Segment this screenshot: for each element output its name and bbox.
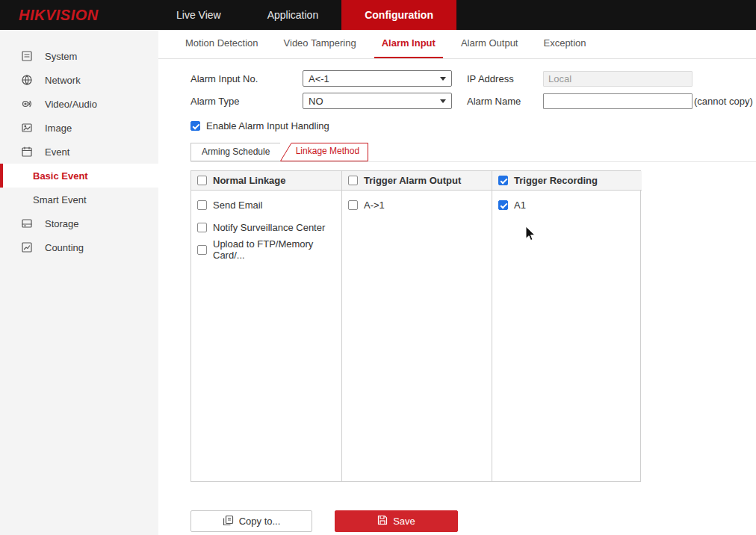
tab-exception[interactable]: Exception xyxy=(536,37,593,58)
image-icon xyxy=(21,122,33,134)
ip-address-label: IP Address xyxy=(467,73,543,84)
tab-alarm-output[interactable]: Alarm Output xyxy=(453,37,526,58)
normal-linkage-header: Normal Linkage xyxy=(191,171,341,191)
trigger-recording-body: A1 xyxy=(492,191,642,481)
alarm-input-panel: Alarm Input No. A<-1 IP Address Alarm Ty… xyxy=(158,59,756,532)
tab-bar: Motion Detection Video Tampering Alarm I… xyxy=(158,30,756,59)
linkage-table: Normal Linkage Send Email Notify Surveil… xyxy=(190,170,641,482)
top-bar: HIKVISION Live View Application Configur… xyxy=(0,0,756,30)
subtab-arming-schedule[interactable]: Arming Schedule xyxy=(190,143,281,161)
button-row: Copy to... Save xyxy=(190,510,756,532)
normal-linkage-body: Send Email Notify Surveillance Center Up… xyxy=(191,191,341,481)
alarm-input-no-label: Alarm Input No. xyxy=(190,73,303,84)
alarm-type-select[interactable]: NO xyxy=(303,93,452,109)
sidebar-item-label: Video/Audio xyxy=(45,99,97,110)
sidebar-item-label: Counting xyxy=(45,242,84,253)
trigger-alarm-output-header: Trigger Alarm Output xyxy=(342,171,492,191)
trigger-alarm-output-body: A->1 xyxy=(342,191,492,481)
sidebar-item-label: System xyxy=(45,51,77,62)
tab-alarm-input[interactable]: Alarm Input xyxy=(374,37,443,58)
column-header-label: Normal Linkage xyxy=(213,175,286,186)
column-header-label: Trigger Recording xyxy=(514,175,598,186)
sidebar-item-label: Image xyxy=(45,123,72,134)
copy-to-button[interactable]: Copy to... xyxy=(190,510,312,532)
send-email-checkbox[interactable] xyxy=(197,200,207,210)
list-item: Send Email xyxy=(191,194,341,216)
storage-icon xyxy=(21,217,33,229)
notify-surveillance-center-checkbox[interactable] xyxy=(197,223,207,232)
normal-linkage-checkbox[interactable] xyxy=(197,176,207,185)
alarm-type-label: Alarm Type xyxy=(190,96,303,107)
nav-application[interactable]: Application xyxy=(244,0,342,30)
subtab-linkage-method[interactable]: Linkage Method xyxy=(280,143,368,161)
list-item-label: Send Email xyxy=(213,200,262,211)
system-icon xyxy=(21,50,33,62)
sidebar-item-smart-event[interactable]: Smart Event xyxy=(0,188,158,211)
enable-handling-label: Enable Alarm Input Handling xyxy=(206,120,329,132)
nav-configuration[interactable]: Configuration xyxy=(341,0,456,30)
sidebar-item-label: Network xyxy=(45,75,81,86)
alarm-name-field[interactable] xyxy=(543,93,693,109)
recording-a1-checkbox[interactable] xyxy=(498,200,508,210)
video-audio-icon xyxy=(21,98,33,110)
main-content: Motion Detection Video Tampering Alarm I… xyxy=(158,30,756,535)
nav-live-view[interactable]: Live View xyxy=(153,0,244,30)
enable-handling-row: Enable Alarm Input Handling xyxy=(190,119,756,132)
normal-linkage-column: Normal Linkage Send Email Notify Surveil… xyxy=(191,171,341,481)
sidebar-item-counting[interactable]: Counting xyxy=(0,235,158,259)
top-nav: Live View Application Configuration xyxy=(153,0,456,30)
event-icon xyxy=(21,146,33,158)
list-item-label: Notify Surveillance Center xyxy=(213,222,325,233)
sidebar: System Network Video/Audio Image Event B… xyxy=(0,30,158,535)
list-item: A->1 xyxy=(342,194,492,216)
sidebar-item-label: Event xyxy=(45,146,69,158)
counting-icon xyxy=(21,241,33,253)
subtab-bar: Arming Schedule Linkage Method xyxy=(190,143,756,162)
ip-address-field xyxy=(543,71,693,87)
enable-handling-checkbox[interactable] xyxy=(190,121,200,131)
sidebar-item-storage[interactable]: Storage xyxy=(0,211,158,235)
upload-ftp-checkbox[interactable] xyxy=(197,245,207,255)
alarm-input-no-value: A<-1 xyxy=(309,73,329,84)
tab-motion-detection[interactable]: Motion Detection xyxy=(178,37,266,58)
list-item: A1 xyxy=(492,194,642,216)
cannot-copy-note: (cannot copy) xyxy=(694,96,753,107)
tab-video-tampering[interactable]: Video Tampering xyxy=(276,37,364,58)
sidebar-item-event[interactable]: Event xyxy=(0,140,158,164)
copy-icon xyxy=(223,515,234,528)
sidebar-item-basic-event[interactable]: Basic Event xyxy=(0,164,158,188)
trigger-alarm-output-checkbox[interactable] xyxy=(348,176,358,185)
trigger-recording-header: Trigger Recording xyxy=(492,171,642,191)
form-row-2: Alarm Type NO Alarm Name (cannot copy) xyxy=(190,90,756,112)
save-button[interactable]: Save xyxy=(335,510,458,532)
trigger-recording-column: Trigger Recording A1 xyxy=(492,171,642,481)
sidebar-item-label: Basic Event xyxy=(33,170,88,182)
trigger-alarm-output-column: Trigger Alarm Output A->1 xyxy=(341,171,492,481)
sidebar-item-network[interactable]: Network xyxy=(0,68,158,92)
save-label: Save xyxy=(393,516,415,527)
sidebar-item-label: Smart Event xyxy=(33,194,87,205)
sidebar-item-video-audio[interactable]: Video/Audio xyxy=(0,92,158,116)
sidebar-item-label: Storage xyxy=(45,218,79,229)
alarm-type-value: NO xyxy=(309,96,323,107)
alarm-name-label: Alarm Name xyxy=(467,96,543,107)
list-item-label: A1 xyxy=(514,200,526,211)
form-row-1: Alarm Input No. A<-1 IP Address xyxy=(190,67,756,90)
hikvision-logo: HIKVISION xyxy=(0,7,153,24)
trigger-recording-checkbox[interactable] xyxy=(498,176,508,185)
alarm-input-no-select[interactable]: A<-1 xyxy=(303,70,452,87)
list-item-label: A->1 xyxy=(364,200,385,211)
copy-to-label: Copy to... xyxy=(239,516,281,527)
network-icon xyxy=(21,74,33,86)
list-item: Notify Surveillance Center xyxy=(191,216,341,238)
sidebar-item-system[interactable]: System xyxy=(0,44,158,68)
column-header-label: Trigger Alarm Output xyxy=(364,175,461,186)
alarm-output-a1-checkbox[interactable] xyxy=(348,200,358,210)
subtab-label: Linkage Method xyxy=(296,146,359,156)
sidebar-item-image[interactable]: Image xyxy=(0,116,158,140)
list-item-label: Upload to FTP/Memory Card/... xyxy=(213,238,341,261)
list-item: Upload to FTP/Memory Card/... xyxy=(191,238,341,261)
chevron-down-icon xyxy=(440,99,446,103)
save-icon xyxy=(377,515,388,528)
chevron-down-icon xyxy=(440,77,446,81)
